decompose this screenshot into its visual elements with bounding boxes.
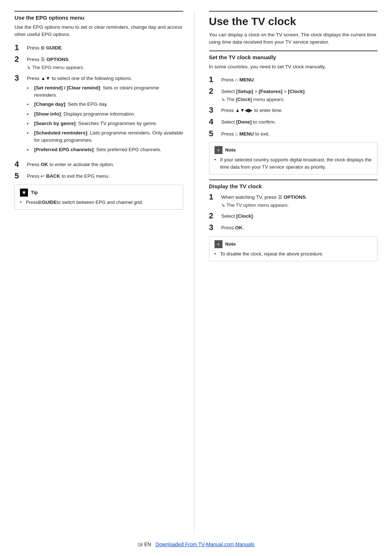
step-item: 5 Press BACK to exit the EPG menu. <box>15 171 183 181</box>
display-step-num-1: 1 <box>209 192 219 202</box>
bullet-dot: • <box>27 146 33 154</box>
display-step-num-2: 2 <box>209 211 219 221</box>
menu-icon-exit <box>235 131 238 137</box>
bullet-dot: • <box>27 111 33 118</box>
tip-box: ✶ Tip Press GUIDE to switch between EPG … <box>15 185 183 210</box>
page-number: 18 <box>138 542 143 547</box>
set-clock-description: In some countries, you need to set TV cl… <box>209 63 378 70</box>
right-description: You can display a clock on the TV screen… <box>209 31 378 46</box>
footer-link[interactable]: Downloaded From TV-Manual.com Manuals <box>155 541 254 547</box>
bullet-dot: • <box>27 101 33 108</box>
options-label: OPTIONS <box>46 57 69 62</box>
footer: 18 EN Downloaded From TV-Manual.com Manu… <box>0 541 392 555</box>
bullet-item: • [Change day]: Sets the EPG day. <box>27 101 183 108</box>
step-item: 3 Press OK. <box>209 223 378 232</box>
tip-star-icon: ✶ <box>20 189 28 197</box>
step-sub-arrow: ↳ The EPG menu appears. <box>27 64 183 71</box>
left-description: Use the EPG options menu to set or clear… <box>15 24 183 39</box>
set-step-num-2: 2 <box>209 86 219 96</box>
step-sub-arrow: ↳ The [Clock] menu appears. <box>221 96 378 103</box>
step-content-3: Press ▲▼ to select one of the following … <box>27 73 183 157</box>
step-item: 1 When watching TV, press OPTIONS. ↳ The… <box>209 192 378 209</box>
step-item: 2 Select [Clock]. <box>209 211 378 221</box>
bullet-text: [Set remind] / [Clear remind]: Sets or c… <box>34 84 183 99</box>
set-clock-note-box: ≡ Note If your selected country supports… <box>209 142 378 174</box>
step-item: 4 Select [Done] to confirm. <box>209 117 378 126</box>
set-step-num-1: 1 <box>209 75 219 84</box>
step-sub-arrow: ↳ The TV option menu appears. <box>221 202 378 209</box>
bullet-item: • [Preferred EPG channels]: Sets preferr… <box>27 146 183 154</box>
note-icon-2: ≡ <box>215 240 222 248</box>
step-item: 1 Press GUIDE. <box>15 43 183 52</box>
options-icon <box>41 57 45 62</box>
page: Use the EPG options menu Use the EPG opt… <box>0 0 392 556</box>
bullet-item: • [Show info]: Displays programme inform… <box>27 110 183 118</box>
set-step-num-5: 5 <box>209 129 219 138</box>
bullet-text: [Search by genre]: Searches TV programme… <box>34 120 157 127</box>
step-item: 3 Press ▲▼◀▶ to enter time. <box>209 105 378 115</box>
step-num-4: 4 <box>15 160 25 169</box>
step-content-2: Press OPTIONS. ↳ The EPG menu appears. <box>27 55 183 71</box>
note-header-2: ≡ Note <box>215 240 372 248</box>
set-step-content-3: Press ▲▼◀▶ to enter time. <box>221 105 378 114</box>
bullet-text: [Show info]: Displays programme informat… <box>34 110 135 118</box>
bullet-item: • [Scheduled reminders]: Lists programme… <box>27 129 183 144</box>
note-content-2: To disable the clock, repeat the above p… <box>215 250 372 258</box>
set-clock-step-list: 1 Press MENU. 2 Select [Setup] > [Featur… <box>209 75 378 138</box>
set-step-content-1: Press MENU. <box>221 75 378 84</box>
step-num-5: 5 <box>15 171 25 181</box>
lang-label: EN <box>144 541 151 547</box>
menu-icon <box>235 77 238 82</box>
display-clock-step-list: 1 When watching TV, press OPTIONS. ↳ The… <box>209 192 378 233</box>
bullet-text: [Change day]: Sets the EPG day. <box>34 101 108 108</box>
display-step-content-1: When watching TV, press OPTIONS. ↳ The T… <box>221 192 378 209</box>
note-header: ≡ Note <box>215 146 372 154</box>
bullet-item: • [Search by genre]: Searches TV program… <box>27 120 183 128</box>
bullet-text: [Preferred EPG channels]: Sets preferred… <box>34 146 161 153</box>
step-item: 4 Press OK to enter or activate the opti… <box>15 160 183 169</box>
step-item: 5 Press MENU to exit. <box>209 129 378 138</box>
note-icon: ≡ <box>215 146 222 154</box>
bullet-dot: • <box>27 120 33 128</box>
note-label-2: Note <box>225 241 236 248</box>
display-step-content-2: Select [Clock]. <box>221 211 378 220</box>
options-bullet-list: • [Set remind] / [Clear remind]: Sets or… <box>27 84 183 154</box>
note-content: If your selected country supports digita… <box>215 156 372 170</box>
left-section-title: Use the EPG options menu <box>15 11 183 21</box>
bullet-item: • [Set remind] / [Clear remind]: Sets or… <box>27 84 183 99</box>
tip-label: Tip <box>31 189 38 196</box>
left-column: Use the EPG options menu Use the EPG opt… <box>15 11 195 534</box>
note-label: Note <box>225 146 236 154</box>
set-step-num-3: 3 <box>209 105 219 115</box>
step-content-4: Press OK to enter or activate the option… <box>27 160 183 168</box>
options-icon-display <box>278 194 282 200</box>
set-step-content-2: Select [Setup] > [Features] > [Clock]. ↳… <box>221 86 378 103</box>
step-num-2: 2 <box>15 55 25 64</box>
step-num-1: 1 <box>15 43 25 52</box>
bullet-dot: • <box>27 85 33 92</box>
guide-icon <box>41 45 45 51</box>
step-item: 3 Press ▲▼ to select one of the followin… <box>15 73 183 157</box>
back-icon <box>41 173 45 179</box>
step-item: 2 Press OPTIONS. ↳ The EPG menu appears. <box>15 55 183 71</box>
tip-content: Press GUIDE to switch between EPG and ch… <box>20 199 178 206</box>
display-clock-note-box: ≡ Note To disable the clock, repeat the … <box>209 236 378 262</box>
step-item: 1 Press MENU. <box>209 75 378 84</box>
step-item: 2 Select [Setup] > [Features] > [Clock].… <box>209 86 378 103</box>
set-step-content-5: Press MENU to exit. <box>221 129 378 138</box>
right-big-title: Use the TV clock <box>209 11 378 28</box>
step-content-1: Press GUIDE. <box>27 43 183 52</box>
display-step-num-3: 3 <box>209 223 219 232</box>
guide-label: GUIDE <box>46 45 62 51</box>
step-num-3: 3 <box>15 73 25 83</box>
display-clock-title: Display the TV clock <box>209 180 378 189</box>
left-step-list: 1 Press GUIDE. 2 Press OPTIONS. ↳ The EP… <box>15 43 183 181</box>
set-clock-title: Set the TV clock manually <box>209 51 378 60</box>
set-step-content-4: Select [Done] to confirm. <box>221 117 378 126</box>
set-step-num-4: 4 <box>209 117 219 126</box>
right-column: Use the TV clock You can display a clock… <box>195 11 378 534</box>
bullet-dot: • <box>27 130 33 137</box>
step-content-5: Press BACK to exit the EPG menu. <box>27 171 183 180</box>
bullet-text: [Scheduled reminders]: Lists programme r… <box>34 129 183 144</box>
tip-header: ✶ Tip <box>20 189 178 197</box>
